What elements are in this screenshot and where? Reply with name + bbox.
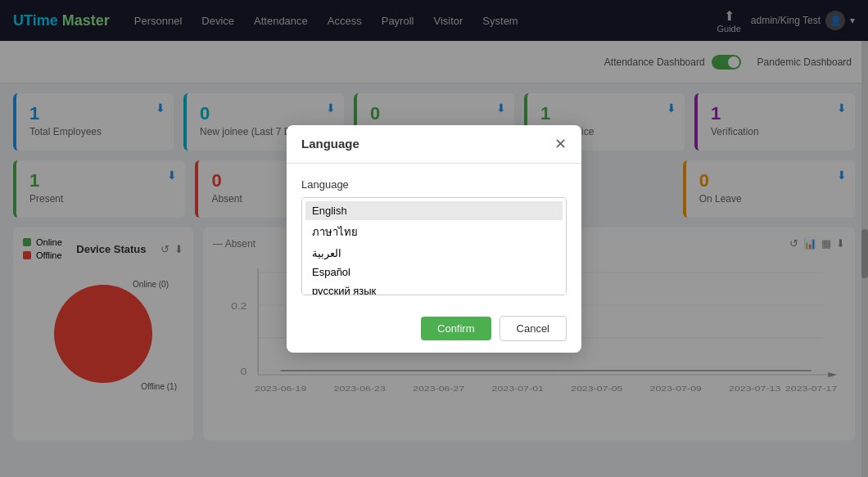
language-modal: Language ✕ Language English ภาษาไทย العر… (287, 125, 581, 353)
language-select[interactable]: English ภาษาไทย العربية Español русский … (301, 197, 567, 295)
confirm-button[interactable]: Confirm (421, 317, 491, 340)
cancel-button[interactable]: Cancel (500, 316, 567, 341)
lang-option-russian[interactable]: русский язык (305, 281, 563, 295)
lang-option-spanish[interactable]: Español (305, 263, 563, 281)
modal-overlay: Language ✕ Language English ภาษาไทย العر… (0, 0, 868, 477)
language-field-label: Language (301, 178, 567, 191)
modal-body: Language English ภาษาไทย العربية Español… (287, 164, 581, 304)
modal-title: Language (301, 137, 359, 151)
close-icon[interactable]: ✕ (554, 137, 567, 151)
modal-footer: Confirm Cancel (287, 304, 581, 353)
modal-header: Language ✕ (287, 125, 581, 164)
lang-option-arabic[interactable]: العربية (305, 244, 563, 263)
lang-option-thai[interactable]: ภาษาไทย (305, 220, 563, 244)
lang-option-english[interactable]: English (305, 201, 563, 220)
